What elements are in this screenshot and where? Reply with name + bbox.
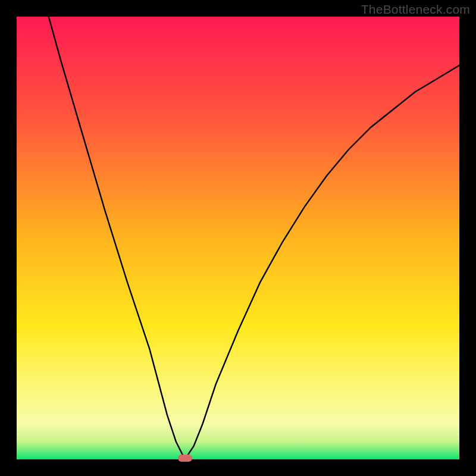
chart-frame: TheBottleneck.com: [0, 0, 476, 476]
optimum-marker: [178, 455, 192, 462]
bottleneck-curve-path: [17, 17, 459, 459]
plot-area: [17, 17, 459, 459]
watermark-text: TheBottleneck.com: [361, 2, 470, 17]
curve-svg: [17, 17, 459, 459]
